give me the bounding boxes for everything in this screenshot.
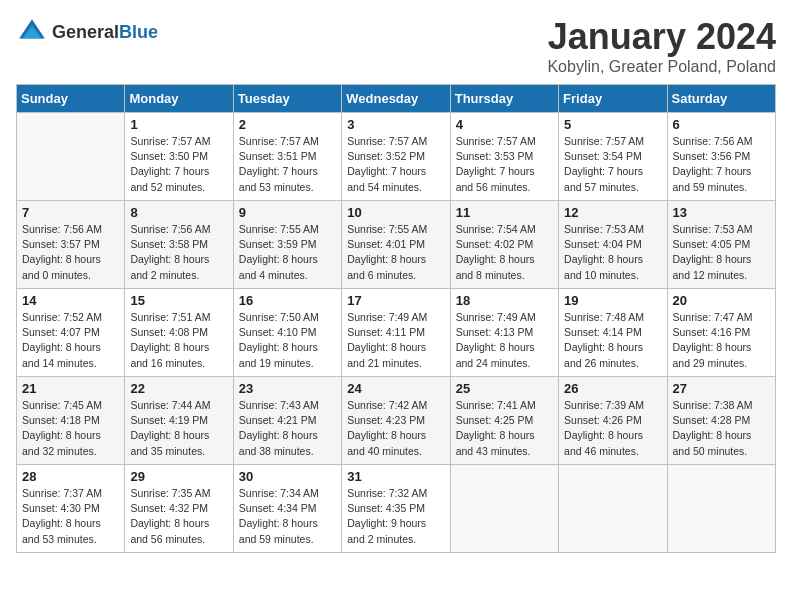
day-number: 22 — [130, 381, 227, 396]
day-cell-27: 26 Sunrise: 7:39 AMSunset: 4:26 PMDaylig… — [559, 377, 667, 465]
day-cell-7: 6 Sunrise: 7:56 AMSunset: 3:56 PMDayligh… — [667, 113, 775, 201]
weekday-header-row: Sunday Monday Tuesday Wednesday Thursday… — [17, 85, 776, 113]
day-cell-20: 19 Sunrise: 7:48 AMSunset: 4:14 PMDaylig… — [559, 289, 667, 377]
day-number: 19 — [564, 293, 661, 308]
day-number: 2 — [239, 117, 336, 132]
day-cell-15: 14 Sunrise: 7:52 AMSunset: 4:07 PMDaylig… — [17, 289, 125, 377]
title-area: January 2024 Kobylin, Greater Poland, Po… — [547, 16, 776, 76]
header-saturday: Saturday — [667, 85, 775, 113]
day-cell-12: 11 Sunrise: 7:54 AMSunset: 4:02 PMDaylig… — [450, 201, 558, 289]
day-info: Sunrise: 7:53 AMSunset: 4:04 PMDaylight:… — [564, 222, 661, 283]
day-cell-29: 28 Sunrise: 7:37 AMSunset: 4:30 PMDaylig… — [17, 465, 125, 553]
day-cell-24: 23 Sunrise: 7:43 AMSunset: 4:21 PMDaylig… — [233, 377, 341, 465]
day-info: Sunrise: 7:37 AMSunset: 4:30 PMDaylight:… — [22, 486, 119, 547]
day-info: Sunrise: 7:35 AMSunset: 4:32 PMDaylight:… — [130, 486, 227, 547]
day-number: 11 — [456, 205, 553, 220]
header-sunday: Sunday — [17, 85, 125, 113]
day-info: Sunrise: 7:34 AMSunset: 4:34 PMDaylight:… — [239, 486, 336, 547]
header-thursday: Thursday — [450, 85, 558, 113]
day-cell-3: 2 Sunrise: 7:57 AMSunset: 3:51 PMDayligh… — [233, 113, 341, 201]
day-number: 26 — [564, 381, 661, 396]
day-info: Sunrise: 7:55 AMSunset: 3:59 PMDaylight:… — [239, 222, 336, 283]
day-info: Sunrise: 7:32 AMSunset: 4:35 PMDaylight:… — [347, 486, 444, 547]
day-info: Sunrise: 7:42 AMSunset: 4:23 PMDaylight:… — [347, 398, 444, 459]
month-title: January 2024 — [547, 16, 776, 58]
day-info: Sunrise: 7:41 AMSunset: 4:25 PMDaylight:… — [456, 398, 553, 459]
day-number: 18 — [456, 293, 553, 308]
day-number: 8 — [130, 205, 227, 220]
day-number: 6 — [673, 117, 770, 132]
logo-general: General — [52, 22, 119, 42]
day-cell-9: 8 Sunrise: 7:56 AMSunset: 3:58 PMDayligh… — [125, 201, 233, 289]
logo-blue: Blue — [119, 22, 158, 42]
day-number: 7 — [22, 205, 119, 220]
day-info: Sunrise: 7:43 AMSunset: 4:21 PMDaylight:… — [239, 398, 336, 459]
day-cell-13: 12 Sunrise: 7:53 AMSunset: 4:04 PMDaylig… — [559, 201, 667, 289]
day-info: Sunrise: 7:38 AMSunset: 4:28 PMDaylight:… — [673, 398, 770, 459]
header-friday: Friday — [559, 85, 667, 113]
day-info: Sunrise: 7:47 AMSunset: 4:16 PMDaylight:… — [673, 310, 770, 371]
day-info: Sunrise: 7:57 AMSunset: 3:50 PMDaylight:… — [130, 134, 227, 195]
day-info: Sunrise: 7:55 AMSunset: 4:01 PMDaylight:… — [347, 222, 444, 283]
day-number: 5 — [564, 117, 661, 132]
day-cell-26: 25 Sunrise: 7:41 AMSunset: 4:25 PMDaylig… — [450, 377, 558, 465]
day-cell-21: 20 Sunrise: 7:47 AMSunset: 4:16 PMDaylig… — [667, 289, 775, 377]
day-info: Sunrise: 7:50 AMSunset: 4:10 PMDaylight:… — [239, 310, 336, 371]
day-info: Sunrise: 7:57 AMSunset: 3:53 PMDaylight:… — [456, 134, 553, 195]
day-number: 28 — [22, 469, 119, 484]
day-cell-25: 24 Sunrise: 7:42 AMSunset: 4:23 PMDaylig… — [342, 377, 450, 465]
day-number: 17 — [347, 293, 444, 308]
day-info: Sunrise: 7:49 AMSunset: 4:11 PMDaylight:… — [347, 310, 444, 371]
week-row-2: 7 Sunrise: 7:56 AMSunset: 3:57 PMDayligh… — [17, 201, 776, 289]
day-info: Sunrise: 7:56 AMSunset: 3:57 PMDaylight:… — [22, 222, 119, 283]
day-info: Sunrise: 7:53 AMSunset: 4:05 PMDaylight:… — [673, 222, 770, 283]
logo-icon — [16, 16, 48, 48]
day-cell-5: 4 Sunrise: 7:57 AMSunset: 3:53 PMDayligh… — [450, 113, 558, 201]
day-info: Sunrise: 7:57 AMSunset: 3:52 PMDaylight:… — [347, 134, 444, 195]
day-cell-17: 16 Sunrise: 7:50 AMSunset: 4:10 PMDaylig… — [233, 289, 341, 377]
day-number: 23 — [239, 381, 336, 396]
day-cell-4: 3 Sunrise: 7:57 AMSunset: 3:52 PMDayligh… — [342, 113, 450, 201]
day-number: 9 — [239, 205, 336, 220]
day-info: Sunrise: 7:56 AMSunset: 3:58 PMDaylight:… — [130, 222, 227, 283]
day-info: Sunrise: 7:49 AMSunset: 4:13 PMDaylight:… — [456, 310, 553, 371]
day-number: 30 — [239, 469, 336, 484]
week-row-3: 14 Sunrise: 7:52 AMSunset: 4:07 PMDaylig… — [17, 289, 776, 377]
day-cell-2: 1 Sunrise: 7:57 AMSunset: 3:50 PMDayligh… — [125, 113, 233, 201]
day-cell-34 — [559, 465, 667, 553]
day-cell-33 — [450, 465, 558, 553]
day-info: Sunrise: 7:56 AMSunset: 3:56 PMDaylight:… — [673, 134, 770, 195]
calendar-table: Sunday Monday Tuesday Wednesday Thursday… — [16, 84, 776, 553]
day-cell-6: 5 Sunrise: 7:57 AMSunset: 3:54 PMDayligh… — [559, 113, 667, 201]
day-info: Sunrise: 7:57 AMSunset: 3:54 PMDaylight:… — [564, 134, 661, 195]
day-cell-22: 21 Sunrise: 7:45 AMSunset: 4:18 PMDaylig… — [17, 377, 125, 465]
day-cell-10: 9 Sunrise: 7:55 AMSunset: 3:59 PMDayligh… — [233, 201, 341, 289]
day-number: 25 — [456, 381, 553, 396]
day-number: 12 — [564, 205, 661, 220]
day-info: Sunrise: 7:54 AMSunset: 4:02 PMDaylight:… — [456, 222, 553, 283]
day-info: Sunrise: 7:48 AMSunset: 4:14 PMDaylight:… — [564, 310, 661, 371]
day-info: Sunrise: 7:44 AMSunset: 4:19 PMDaylight:… — [130, 398, 227, 459]
location: Kobylin, Greater Poland, Poland — [547, 58, 776, 76]
header-tuesday: Tuesday — [233, 85, 341, 113]
day-number: 4 — [456, 117, 553, 132]
day-cell-31: 30 Sunrise: 7:34 AMSunset: 4:34 PMDaylig… — [233, 465, 341, 553]
day-cell-30: 29 Sunrise: 7:35 AMSunset: 4:32 PMDaylig… — [125, 465, 233, 553]
day-info: Sunrise: 7:39 AMSunset: 4:26 PMDaylight:… — [564, 398, 661, 459]
day-number: 27 — [673, 381, 770, 396]
day-number: 14 — [22, 293, 119, 308]
day-cell-11: 10 Sunrise: 7:55 AMSunset: 4:01 PMDaylig… — [342, 201, 450, 289]
day-cell-19: 18 Sunrise: 7:49 AMSunset: 4:13 PMDaylig… — [450, 289, 558, 377]
day-number: 10 — [347, 205, 444, 220]
header-wednesday: Wednesday — [342, 85, 450, 113]
day-number: 3 — [347, 117, 444, 132]
day-number: 31 — [347, 469, 444, 484]
day-info: Sunrise: 7:51 AMSunset: 4:08 PMDaylight:… — [130, 310, 227, 371]
day-number: 29 — [130, 469, 227, 484]
day-number: 20 — [673, 293, 770, 308]
logo: GeneralBlue — [16, 16, 158, 48]
week-row-1: 1 Sunrise: 7:57 AMSunset: 3:50 PMDayligh… — [17, 113, 776, 201]
day-info: Sunrise: 7:57 AMSunset: 3:51 PMDaylight:… — [239, 134, 336, 195]
day-info: Sunrise: 7:45 AMSunset: 4:18 PMDaylight:… — [22, 398, 119, 459]
day-number: 21 — [22, 381, 119, 396]
